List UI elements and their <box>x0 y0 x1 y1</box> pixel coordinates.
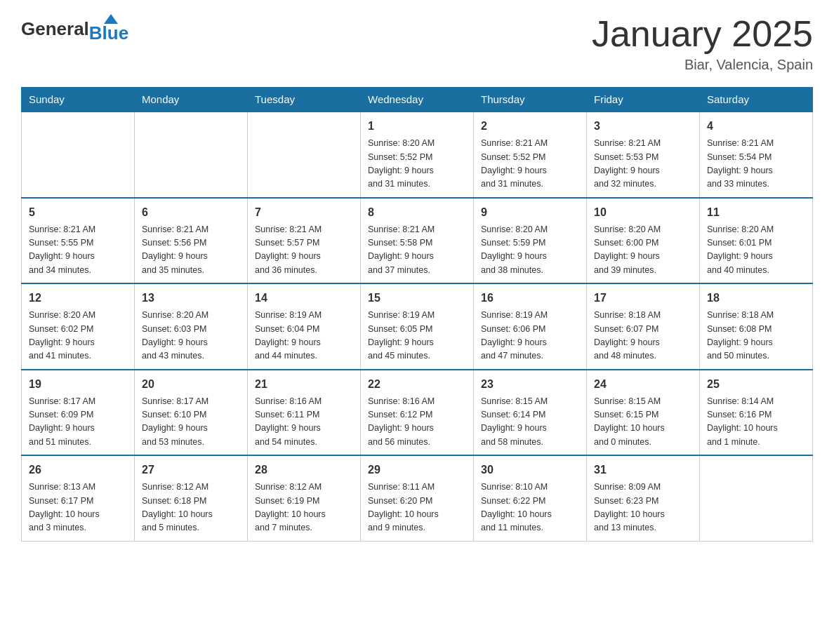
day-number: 20 <box>142 376 240 393</box>
day-number: 11 <box>707 204 805 221</box>
day-number: 8 <box>368 204 466 221</box>
day-info: Sunrise: 8:21 AM Sunset: 5:56 PM Dayligh… <box>142 223 240 278</box>
weekday-header-friday: Friday <box>587 88 700 112</box>
day-number: 7 <box>255 204 353 221</box>
day-number: 22 <box>368 376 466 393</box>
day-info: Sunrise: 8:13 AM Sunset: 6:17 PM Dayligh… <box>29 481 127 535</box>
calendar-cell: 27Sunrise: 8:12 AM Sunset: 6:18 PM Dayli… <box>135 455 248 541</box>
day-info: Sunrise: 8:19 AM Sunset: 6:05 PM Dayligh… <box>368 309 466 363</box>
day-info: Sunrise: 8:18 AM Sunset: 6:07 PM Dayligh… <box>594 309 692 363</box>
calendar-cell <box>700 455 813 541</box>
calendar-cell: 26Sunrise: 8:13 AM Sunset: 6:17 PM Dayli… <box>22 455 135 541</box>
day-info: Sunrise: 8:21 AM Sunset: 5:57 PM Dayligh… <box>255 223 353 278</box>
calendar-cell: 13Sunrise: 8:20 AM Sunset: 6:03 PM Dayli… <box>135 283 248 370</box>
calendar-cell: 2Sunrise: 8:21 AM Sunset: 5:52 PM Daylig… <box>474 112 587 198</box>
logo-general-text: General <box>21 18 89 40</box>
calendar-cell: 4Sunrise: 8:21 AM Sunset: 5:54 PM Daylig… <box>700 112 813 198</box>
calendar-cell <box>248 112 361 198</box>
day-number: 28 <box>255 462 353 478</box>
title-block: January 2025 Biar, Valencia, Spain <box>592 14 813 73</box>
calendar-cell <box>135 112 248 198</box>
day-number: 4 <box>707 118 805 135</box>
day-number: 16 <box>481 290 579 307</box>
calendar-cell: 25Sunrise: 8:14 AM Sunset: 6:16 PM Dayli… <box>700 370 813 456</box>
calendar-cell: 1Sunrise: 8:20 AM Sunset: 5:52 PM Daylig… <box>361 112 474 198</box>
day-info: Sunrise: 8:16 AM Sunset: 6:11 PM Dayligh… <box>255 395 353 450</box>
week-row-2: 5Sunrise: 8:21 AM Sunset: 5:55 PM Daylig… <box>22 198 813 284</box>
calendar-cell: 14Sunrise: 8:19 AM Sunset: 6:04 PM Dayli… <box>248 283 361 370</box>
week-row-1: 1Sunrise: 8:20 AM Sunset: 5:52 PM Daylig… <box>22 112 813 198</box>
weekday-header-saturday: Saturday <box>700 88 813 112</box>
calendar-cell: 22Sunrise: 8:16 AM Sunset: 6:12 PM Dayli… <box>361 370 474 456</box>
day-info: Sunrise: 8:12 AM Sunset: 6:18 PM Dayligh… <box>142 481 240 535</box>
day-number: 12 <box>29 290 127 307</box>
weekday-header-sunday: Sunday <box>22 88 135 112</box>
day-info: Sunrise: 8:19 AM Sunset: 6:04 PM Dayligh… <box>255 309 353 363</box>
day-number: 3 <box>594 118 692 135</box>
day-number: 17 <box>594 290 692 307</box>
day-info: Sunrise: 8:15 AM Sunset: 6:15 PM Dayligh… <box>594 395 692 450</box>
weekday-header-wednesday: Wednesday <box>361 88 474 112</box>
calendar-cell: 31Sunrise: 8:09 AM Sunset: 6:23 PM Dayli… <box>587 455 700 541</box>
day-info: Sunrise: 8:20 AM Sunset: 6:00 PM Dayligh… <box>594 223 692 278</box>
week-row-3: 12Sunrise: 8:20 AM Sunset: 6:02 PM Dayli… <box>22 283 813 370</box>
day-number: 1 <box>368 118 466 135</box>
calendar-cell: 29Sunrise: 8:11 AM Sunset: 6:20 PM Dayli… <box>361 455 474 541</box>
calendar-cell: 20Sunrise: 8:17 AM Sunset: 6:10 PM Dayli… <box>135 370 248 456</box>
calendar-cell: 15Sunrise: 8:19 AM Sunset: 6:05 PM Dayli… <box>361 283 474 370</box>
day-info: Sunrise: 8:19 AM Sunset: 6:06 PM Dayligh… <box>481 309 579 363</box>
week-row-4: 19Sunrise: 8:17 AM Sunset: 6:09 PM Dayli… <box>22 370 813 456</box>
day-info: Sunrise: 8:09 AM Sunset: 6:23 PM Dayligh… <box>594 481 692 535</box>
day-info: Sunrise: 8:18 AM Sunset: 6:08 PM Dayligh… <box>707 309 805 363</box>
day-number: 30 <box>481 462 579 478</box>
day-info: Sunrise: 8:12 AM Sunset: 6:19 PM Dayligh… <box>255 481 353 535</box>
calendar-cell: 9Sunrise: 8:20 AM Sunset: 5:59 PM Daylig… <box>474 198 587 284</box>
day-number: 29 <box>368 462 466 478</box>
day-number: 13 <box>142 290 240 307</box>
page-header: General Blue January 2025 Biar, Valencia… <box>21 14 813 73</box>
day-info: Sunrise: 8:21 AM Sunset: 5:58 PM Dayligh… <box>368 223 466 278</box>
calendar-cell: 12Sunrise: 8:20 AM Sunset: 6:02 PM Dayli… <box>22 283 135 370</box>
day-info: Sunrise: 8:14 AM Sunset: 6:16 PM Dayligh… <box>707 395 805 450</box>
day-info: Sunrise: 8:17 AM Sunset: 6:09 PM Dayligh… <box>29 395 127 450</box>
logo: General Blue <box>21 14 128 44</box>
calendar-cell: 16Sunrise: 8:19 AM Sunset: 6:06 PM Dayli… <box>474 283 587 370</box>
day-number: 31 <box>594 462 692 478</box>
location-text: Biar, Valencia, Spain <box>592 57 813 73</box>
day-info: Sunrise: 8:20 AM Sunset: 6:01 PM Dayligh… <box>707 223 805 278</box>
day-number: 10 <box>594 204 692 221</box>
day-number: 15 <box>368 290 466 307</box>
calendar-cell: 18Sunrise: 8:18 AM Sunset: 6:08 PM Dayli… <box>700 283 813 370</box>
calendar-cell: 28Sunrise: 8:12 AM Sunset: 6:19 PM Dayli… <box>248 455 361 541</box>
calendar-cell <box>22 112 135 198</box>
weekday-header-monday: Monday <box>135 88 248 112</box>
day-number: 6 <box>142 204 240 221</box>
day-info: Sunrise: 8:20 AM Sunset: 6:03 PM Dayligh… <box>142 309 240 363</box>
day-number: 25 <box>707 376 805 393</box>
calendar-cell: 10Sunrise: 8:20 AM Sunset: 6:00 PM Dayli… <box>587 198 700 284</box>
calendar-cell: 8Sunrise: 8:21 AM Sunset: 5:58 PM Daylig… <box>361 198 474 284</box>
day-info: Sunrise: 8:16 AM Sunset: 6:12 PM Dayligh… <box>368 395 466 450</box>
day-number: 27 <box>142 462 240 478</box>
calendar-cell: 11Sunrise: 8:20 AM Sunset: 6:01 PM Dayli… <box>700 198 813 284</box>
calendar-cell: 5Sunrise: 8:21 AM Sunset: 5:55 PM Daylig… <box>22 198 135 284</box>
weekday-header-row: SundayMondayTuesdayWednesdayThursdayFrid… <box>22 88 813 112</box>
day-number: 21 <box>255 376 353 393</box>
calendar-cell: 6Sunrise: 8:21 AM Sunset: 5:56 PM Daylig… <box>135 198 248 284</box>
calendar-cell: 24Sunrise: 8:15 AM Sunset: 6:15 PM Dayli… <box>587 370 700 456</box>
day-number: 14 <box>255 290 353 307</box>
weekday-header-thursday: Thursday <box>474 88 587 112</box>
calendar-cell: 3Sunrise: 8:21 AM Sunset: 5:53 PM Daylig… <box>587 112 700 198</box>
day-info: Sunrise: 8:21 AM Sunset: 5:52 PM Dayligh… <box>481 137 579 192</box>
logo-blue-block: Blue <box>89 14 128 44</box>
day-info: Sunrise: 8:21 AM Sunset: 5:55 PM Dayligh… <box>29 223 127 278</box>
day-number: 24 <box>594 376 692 393</box>
calendar-cell: 19Sunrise: 8:17 AM Sunset: 6:09 PM Dayli… <box>22 370 135 456</box>
day-number: 9 <box>481 204 579 221</box>
calendar-cell: 21Sunrise: 8:16 AM Sunset: 6:11 PM Dayli… <box>248 370 361 456</box>
weekday-header-tuesday: Tuesday <box>248 88 361 112</box>
day-info: Sunrise: 8:20 AM Sunset: 6:02 PM Dayligh… <box>29 309 127 363</box>
day-number: 23 <box>481 376 579 393</box>
day-info: Sunrise: 8:11 AM Sunset: 6:20 PM Dayligh… <box>368 481 466 535</box>
week-row-5: 26Sunrise: 8:13 AM Sunset: 6:17 PM Dayli… <box>22 455 813 541</box>
